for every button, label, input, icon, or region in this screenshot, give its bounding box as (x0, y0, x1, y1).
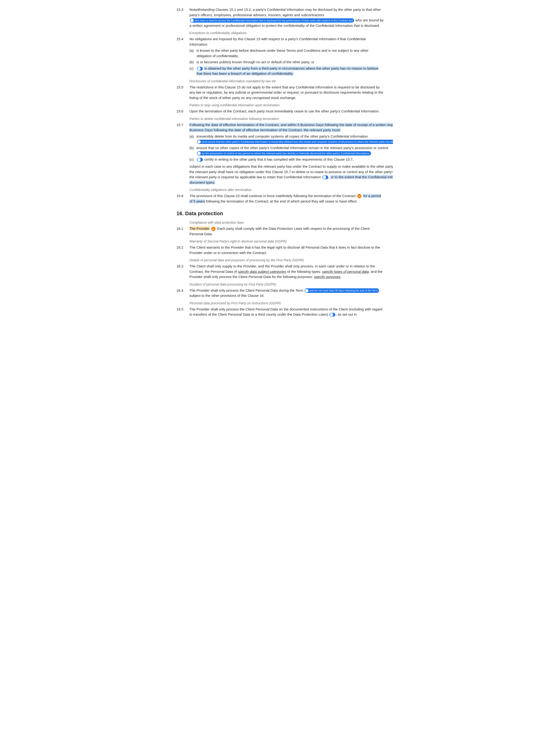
italic-label-warranty: Warranty of Second Party's right to disc… (189, 239, 384, 244)
clause-num-15-7: 15.7 (176, 122, 189, 128)
sub-15-7-c: (c) certify in writing to the other part… (189, 157, 393, 162)
clause-num-15-6: 15.6 (176, 109, 189, 114)
italic-label-exceptions: Exceptions to confidentiality obligation… (189, 31, 384, 35)
clause-num-16-5: 16.5 (176, 307, 189, 312)
document-content: 15.3 Notwithstanding Clauses 15.1 and 15… (176, 7, 384, 317)
clause-16-1: 16.1 The Provider or Each party shall co… (176, 226, 384, 237)
clause-num-15-5: 15.5 (176, 85, 189, 90)
italic-label-stop-using: Parties to stop using confidential infor… (189, 103, 384, 108)
italic-label-confidentiality-after: Confidentiality obligations after termin… (189, 187, 384, 192)
toggle-15-3-a[interactable]: who have a need to access the Confidenti… (190, 18, 354, 23)
toggle-15-7-b[interactable]: (or the possession of control of any per… (197, 151, 371, 156)
toggle-16-4[interactable]: and for not more than 30 days following … (305, 288, 379, 293)
clause-num-16-2: 16.2 (176, 245, 189, 250)
clause-16-5: 16.5 The Provider shall only process the… (176, 307, 384, 317)
toggle-15-7-c[interactable] (197, 158, 203, 162)
italic-label-delete: Parties to delete confidential informati… (189, 116, 384, 121)
clause-15-7: 15.7 Following the date of effective ter… (176, 122, 384, 185)
clause-16-4: 16.4 The Provider shall only process the… (176, 288, 384, 298)
sub-15-4-c: (c) is obtained by the other party from … (189, 66, 384, 77)
clause-num-16-4: 16.4 (176, 288, 189, 293)
clause-15-4: 15.4 No obligations are imposed by this … (176, 36, 384, 77)
italic-label-disclosures: Disclosures of confidential information … (189, 79, 384, 84)
clause-15-5: 15.5 The restrictions in this Clause 15 … (176, 85, 384, 101)
toggle-15-7-d[interactable] (322, 175, 328, 179)
italic-label-compliance: Compliance with data protection laws (189, 220, 384, 225)
italic-label-details: Details of personal data and purposes of… (189, 258, 384, 263)
toggle-16-5[interactable] (329, 313, 335, 317)
sub-15-4-b: (b) is or becomes publicly known through… (189, 59, 384, 65)
clause-15-6: 15.6 Upon the termination of the Contrac… (176, 109, 384, 114)
toggle-15-4-c[interactable] (197, 67, 203, 70)
toggle-15-7-a[interactable]: (and ensure that the other party's Confi… (197, 140, 393, 144)
clause-num-16-3: 16.3 (176, 264, 189, 269)
clause-num-15-8: 15.8 (176, 193, 189, 199)
italic-label-duration: Duration of personal data processing by … (189, 282, 384, 287)
or-badge-15-8: or (357, 194, 362, 198)
italic-label-instructions: Personal data processed by First Party o… (189, 301, 384, 306)
clause-16-2: 16.2 The Client warrants to the Provider… (176, 245, 384, 256)
clause-16-3: 16.3 The Client shall only supply to the… (176, 264, 384, 280)
clause-15-8: 15.8 The provisions of this Clause 15 sh… (176, 193, 384, 204)
clause-num-16-1: 16.1 (176, 226, 189, 232)
sub-15-7-b: (b) ensure that no other copies of the o… (189, 145, 393, 156)
clause-15-3: 15.3 Notwithstanding Clauses 15.1 and 15… (176, 7, 384, 28)
section-16-heading: 16. Data protection (176, 209, 384, 217)
clause-num-15-3: 15.3 (176, 7, 189, 12)
sub-15-7-a: (a) irreversibly delete from its media a… (189, 134, 393, 144)
sub-15-4-a: (a) is known to the other party before d… (189, 48, 384, 58)
clause-num-15-4: 15.4 (176, 36, 189, 42)
or-badge-16-1: or (211, 227, 216, 231)
